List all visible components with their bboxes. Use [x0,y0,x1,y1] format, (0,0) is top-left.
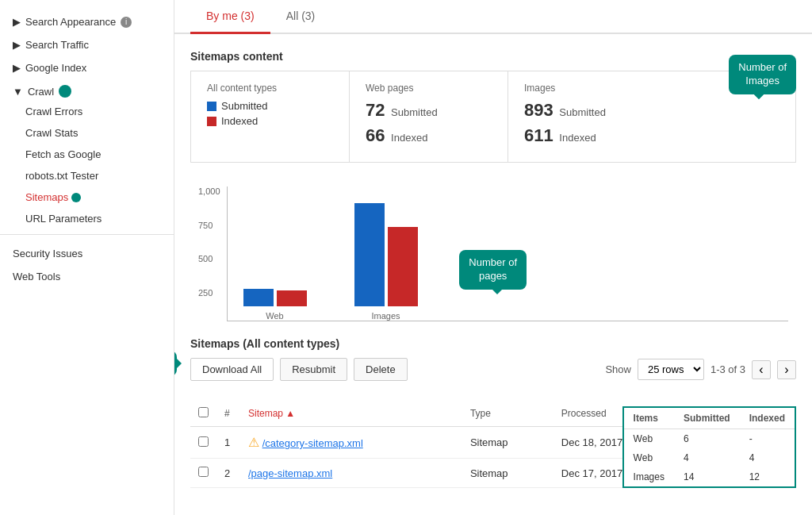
sidebar-item-search-appearance[interactable]: ▶ Search Appearance i [0,8,174,31]
col-num-header: # [216,401,240,427]
tooltip-number-of-images: Number of Images [729,55,796,94]
box-title-images: Images [524,83,651,94]
sidebar-item-label: Security Issues [13,248,82,259]
sidebar-item-label: Search Traffic [25,39,89,51]
select-all-checkbox[interactable] [198,407,209,417]
hl-indexed-3: 12 [740,467,795,486]
sidebar-item-label: Crawl [28,86,54,98]
row-1-checkbox[interactable] [198,436,209,447]
table-section-wrapper: Sitemaps (All content types) Download Al… [190,337,796,488]
y-label-1000: 1,000 [198,186,220,196]
chevron-right-icon: ▶ [13,62,21,74]
row-1-num: 1 [216,427,240,459]
sidebar-item-fetch-as-google[interactable]: Fetch as Google [0,144,174,165]
bar-images-submitted [354,203,385,306]
content-boxes: All content types Submitted Indexed Web … [190,71,796,163]
prev-page-button[interactable]: ‹ [752,360,771,379]
chart-wrapper: Number of pages 1,000 750 500 250 [190,179,796,321]
show-label: Show [605,363,631,375]
tab-all[interactable]: All (3) [270,0,331,34]
sidebar-item-security-issues[interactable]: Security Issues [0,240,174,263]
info-icon: i [121,17,132,28]
sidebar: ▶ Search Appearance i ▶ Search Traffic ▶… [0,0,174,515]
web-indexed: 66 Indexed [366,125,492,146]
hl-submitted-1: 6 [674,429,740,449]
tooltip-error: Error [174,351,177,376]
bar-group-images: Images [354,203,418,321]
cursor-icon-2 [71,193,81,202]
bar-pair-web [243,289,307,306]
sidebar-item-sitemaps[interactable]: Sitemaps [0,186,174,208]
tab-bar: By me (3) All (3) [174,0,812,34]
images-submitted: 893 Submitted [524,100,651,121]
col-sitemap-header[interactable]: Sitemap ▲ [240,401,462,427]
hl-row: Web 6 - [624,429,795,449]
hl-col-submitted: Submitted [674,408,740,429]
legend-submitted: Submitted [207,100,333,112]
row-2-sitemap: /page-sitemap.xml [240,459,462,488]
chevron-right-icon: ▶ [13,16,21,28]
content-boxes-wrapper: Number of Images All content types Submi… [190,71,796,163]
tab-by-me[interactable]: By me (3) [190,0,270,34]
content-area: Sitemaps content Number of Images All co… [174,34,812,504]
delete-button[interactable]: Delete [354,358,408,381]
y-axis-labels: 1,000 750 500 250 [198,186,220,321]
bar-pair-images [354,203,418,306]
y-label-750: 750 [198,221,220,230]
sidebar-item-crawl-errors[interactable]: Crawl Errors [0,101,174,122]
sidebar-item-url-parameters[interactable]: URL Parameters [0,208,174,229]
hl-indexed-2: 4 [740,448,795,467]
sidebar-item-label: Web Tools [13,271,60,282]
bar-web-indexed [277,290,307,306]
sidebar-item-web-tools[interactable]: Web Tools [0,263,174,286]
hl-row: Web 4 4 [624,448,795,467]
content-box-web: Web pages 72 Submitted 66 Indexed [350,71,508,162]
legend-indexed: Indexed [207,115,333,127]
red-square-icon [207,117,216,126]
hl-row: Images 14 12 [624,467,795,486]
row-1-type: Sitemap [462,427,553,459]
hl-items-1: Web [624,429,674,449]
table-actions: Download All Resubmit Delete Show 25 row… [190,358,796,381]
show-control: Show 25 rows 10 rows 50 rows 1-3 of 3 ‹ … [605,359,796,380]
rows-per-page-select[interactable]: 25 rows 10 rows 50 rows [638,359,704,380]
row-2-num: 2 [216,459,240,488]
warning-icon: ⚠ [248,436,259,449]
box-title-web: Web pages [366,83,492,94]
sidebar-item-crawl[interactable]: ▼ Crawl [0,77,174,101]
row-1-sitemap: ⚠ /category-sitemap.xml [240,427,462,459]
sidebar-item-crawl-stats[interactable]: Crawl Stats [0,122,174,144]
pagination: 1-3 of 3 ‹ › [710,360,796,379]
cursor-icon [59,85,71,98]
images-indexed: 611 Indexed [524,125,651,146]
chevron-right-icon: ▶ [13,39,21,51]
row-2-type: Sitemap [462,459,553,488]
highlighted-cells-overlay: Items Submitted Indexed Web 6 - Web [622,406,796,488]
hl-items-3: Images [624,467,674,486]
table-section-title: Sitemaps (All content types) [190,337,796,350]
next-page-button[interactable]: › [777,360,796,379]
main-content: By me (3) All (3) Sitemaps content Numbe… [174,0,812,515]
row-2-sitemap-link[interactable]: /page-sitemap.xml [248,467,332,479]
hl-indexed-1: - [740,429,795,449]
bar-web-submitted [243,289,274,306]
box-title-all: All content types [207,83,333,94]
bar-label-images: Images [371,311,400,321]
sidebar-item-label: Search Appearance [25,16,116,28]
bar-images-indexed [388,227,418,306]
content-box-images: Images 893 Submitted 611 Indexed [508,71,667,162]
sidebar-item-robots-txt[interactable]: robots.txt Tester [0,165,174,186]
row-2-checkbox[interactable] [198,467,209,477]
resubmit-button[interactable]: Resubmit [280,358,347,381]
hl-col-indexed: Indexed [740,408,795,429]
y-label-500: 500 [198,254,220,263]
sidebar-item-search-traffic[interactable]: ▶ Search Traffic [0,31,174,54]
web-submitted: 72 Submitted [366,100,492,121]
hl-submitted-3: 14 [674,467,740,486]
row-1-sitemap-link[interactable]: /category-sitemap.xml [262,437,363,449]
download-all-button[interactable]: Download All [190,358,274,381]
tooltip-number-of-pages: Number of pages [459,250,527,290]
sidebar-item-google-index[interactable]: ▶ Google Index [0,54,174,77]
bar-label-web: Web [266,311,283,321]
chevron-down-icon: ▼ [13,86,23,98]
